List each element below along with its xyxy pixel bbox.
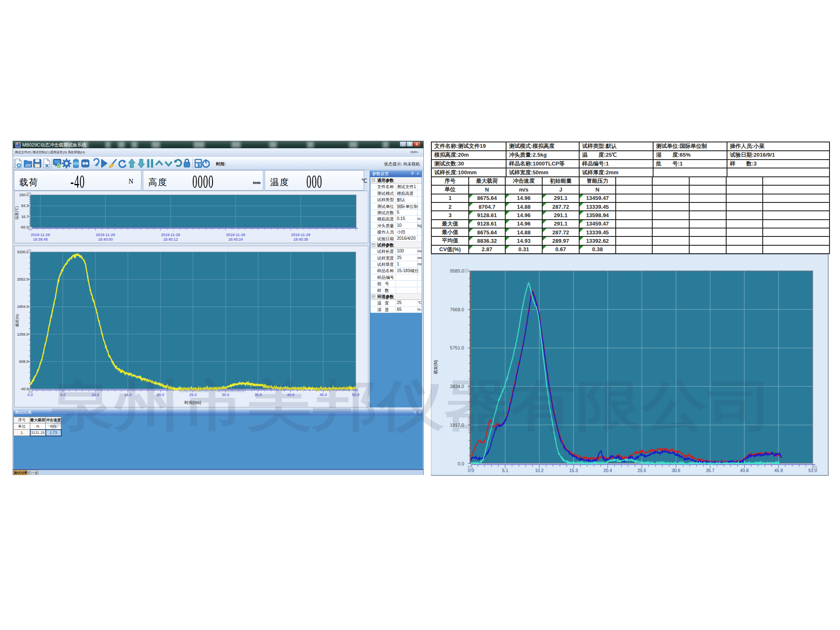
svg-text:7668.0: 7668.0 (450, 307, 464, 312)
svg-text:0.0: 0.0 (28, 393, 33, 397)
svg-text:10.2: 10.2 (535, 468, 544, 473)
svg-text:5751.0: 5751.0 (450, 345, 464, 350)
svg-text:15.3: 15.3 (569, 468, 578, 473)
svg-text:2019-11-29: 2019-11-29 (291, 233, 310, 237)
svg-text:1256.0: 1256.0 (17, 332, 29, 336)
svg-text:18:39:48: 18:39:48 (33, 237, 47, 242)
svg-text:45.9: 45.9 (774, 468, 783, 473)
svg-text:35.7: 35.7 (706, 468, 715, 473)
svg-text:5.1: 5.1 (502, 468, 508, 473)
svg-text:20.4: 20.4 (604, 468, 612, 473)
svg-text:18:40:00: 18:40:00 (98, 237, 113, 242)
svg-text:-50.0: -50.0 (20, 225, 29, 229)
svg-text:18:40:24: 18:40:24 (228, 237, 243, 242)
svg-text:载荷(N): 载荷(N) (15, 314, 19, 327)
svg-text:2019-11-29: 2019-11-29 (161, 233, 180, 237)
svg-text:83.3: 83.3 (21, 204, 29, 208)
svg-text:18:40:12: 18:40:12 (163, 237, 178, 242)
svg-text:-40.0: -40.0 (20, 387, 29, 391)
svg-text:温度(℃): 温度(℃) (15, 206, 19, 220)
svg-text:3200.0: 3200.0 (17, 250, 29, 254)
svg-text:608.0: 608.0 (19, 360, 29, 364)
svg-text:18:40:36: 18:40:36 (293, 237, 308, 242)
svg-text:16.7: 16.7 (21, 215, 29, 219)
svg-text:30.6: 30.6 (672, 468, 680, 473)
svg-text:40.8: 40.8 (740, 468, 749, 473)
svg-text:2019-11-29: 2019-11-29 (31, 233, 50, 237)
svg-text:2019-11-29: 2019-11-29 (226, 233, 245, 237)
svg-text:2552.0: 2552.0 (17, 277, 29, 281)
svg-text:1904.0: 1904.0 (17, 304, 29, 309)
svg-text:2019-11-29: 2019-11-29 (96, 233, 115, 237)
svg-text:9585.0: 9585.0 (450, 268, 464, 273)
svg-text:25.5: 25.5 (638, 468, 646, 473)
svg-text:0.0: 0.0 (458, 461, 464, 466)
